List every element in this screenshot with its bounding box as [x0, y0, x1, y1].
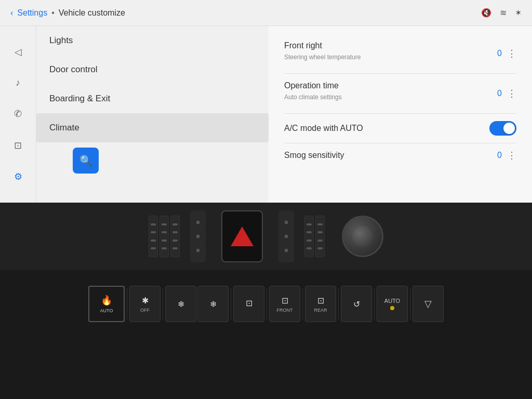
- defrost-button[interactable]: ▽: [413, 286, 444, 322]
- divider-5: [302, 288, 303, 320]
- value-group-front-right: 0 ⋮: [497, 49, 516, 58]
- menu-item-boarding-exit[interactable]: Boarding & Exit: [36, 84, 269, 113]
- settings-link[interactable]: Settings: [17, 8, 47, 18]
- status-icons: 🔇 ≋ ✶: [481, 8, 522, 18]
- label-ac-mode: A/C mode with AUTO: [284, 124, 363, 133]
- toggle-thumb: [503, 123, 515, 134]
- more-button-front-right[interactable]: ⋮: [507, 49, 516, 58]
- vent-right-1: [304, 216, 314, 257]
- nav-navigation-icon[interactable]: ◁: [15, 46, 22, 58]
- setting-label-operation-time: Operation time Auto climate settings: [284, 81, 342, 106]
- search-button[interactable]: 🔍: [73, 148, 99, 174]
- divider-3: [231, 288, 231, 320]
- divider-7: [374, 288, 375, 320]
- seat-vent-icon: ⊡: [317, 296, 324, 305]
- center-controls: [190, 210, 294, 262]
- value-smog: 0: [497, 151, 502, 160]
- nav-car-icon[interactable]: ⊡: [14, 140, 22, 151]
- fan-high-icon: ❄: [210, 299, 217, 309]
- auto-heat-label: AUTO: [100, 308, 113, 313]
- defrost-icon: ▽: [424, 298, 432, 310]
- more-button-smog[interactable]: ⋮: [507, 151, 516, 160]
- more-button-operation-time[interactable]: ⋮: [507, 89, 516, 98]
- search-icon: 🔍: [79, 154, 92, 167]
- antenna-icon: ≋: [500, 8, 507, 18]
- setting-row-front-right: Front right Steering wheel temperature 0…: [284, 34, 516, 74]
- auto-climate-button[interactable]: AUTO: [377, 286, 408, 322]
- value-group-operation-time: 0 ⋮: [497, 89, 516, 98]
- header-separator: •: [51, 8, 55, 18]
- fan-off-icon: ✱: [142, 296, 149, 305]
- seat-vent-rear-text: REAR: [314, 308, 327, 313]
- air-recirc-icon: ↺: [353, 299, 360, 309]
- nav-settings-icon[interactable]: ⚙: [14, 171, 22, 182]
- menu-item-door-control[interactable]: Door control: [36, 55, 269, 84]
- nav-music-icon[interactable]: ♪: [16, 77, 20, 88]
- settings-panel: Front right Steering wheel temperature 0…: [269, 26, 532, 203]
- fan-speed-low-button[interactable]: ❄: [165, 286, 196, 322]
- physical-controls: 🔥 AUTO ✱ OFF ❄ ❄ ⊡ ⊡ FRONT: [0, 203, 532, 399]
- bluetooth-icon: ✶: [515, 8, 522, 18]
- seat-heat-front-button[interactable]: ⊡: [233, 286, 264, 322]
- nav-phone-icon[interactable]: ✆: [14, 108, 22, 119]
- fan-off-button[interactable]: ✱ OFF: [129, 286, 161, 322]
- header-bar: ‹ Settings • Vehicle customize 🔇 ≋ ✶: [0, 0, 532, 26]
- toggle-ac-mode[interactable]: [489, 121, 516, 136]
- vent-left-2: [159, 216, 169, 257]
- auto-active-indicator: [390, 306, 394, 310]
- vent-row: [0, 203, 532, 270]
- header-left: ‹ Settings • Vehicle customize: [10, 8, 125, 18]
- fan-low-icon: ❄: [178, 299, 184, 309]
- sidebar-nav: ◁ ♪ ✆ ⊡ ⚙: [0, 26, 36, 203]
- page-title: Vehicle customize: [59, 8, 125, 18]
- value-group-smog: 0 ⋮: [497, 151, 516, 160]
- mute-icon: 🔇: [481, 8, 491, 18]
- air-recirc-button[interactable]: ↺: [341, 286, 372, 322]
- seat-heat-front-text: FRONT: [277, 308, 293, 313]
- menu-item-lights[interactable]: Lights: [36, 26, 269, 55]
- seat-heat-rear-button[interactable]: ⊡ FRONT: [269, 286, 300, 322]
- divider-6: [338, 288, 339, 320]
- fan-off-label: OFF: [140, 308, 150, 313]
- menu-item-climate[interactable]: Climate: [36, 113, 269, 142]
- vent-left-1: [149, 216, 158, 257]
- bottom-controls: 🔥 AUTO ✱ OFF ❄ ❄ ⊡ ⊡ FRONT: [0, 270, 532, 338]
- side-button-right-1[interactable]: [278, 210, 294, 262]
- hazard-triangle-icon: [231, 227, 254, 246]
- setting-label-front-right: Front right Steering wheel temperature: [284, 41, 361, 66]
- vent-right-2: [315, 216, 325, 257]
- infotainment-screen: ‹ Settings • Vehicle customize 🔇 ≋ ✶ ◁ ♪…: [0, 0, 532, 203]
- value-front-right: 0: [497, 49, 502, 58]
- divider-4: [267, 288, 267, 320]
- seat-heat-front-icon: ⊡: [246, 298, 252, 308]
- setting-row-ac-mode: A/C mode with AUTO: [284, 114, 516, 143]
- fan-speed-high-button[interactable]: ❄: [197, 286, 229, 322]
- flame-icon: 🔥: [101, 295, 112, 306]
- hazard-button[interactable]: [221, 210, 263, 262]
- label-smog: Smog sensitivity: [284, 151, 344, 160]
- main-content: ◁ ♪ ✆ ⊡ ⚙ Lights Door control Boarding &…: [0, 26, 532, 203]
- volume-knob[interactable]: [342, 216, 383, 257]
- auto-label: AUTO: [384, 298, 400, 304]
- back-button[interactable]: ‹: [10, 8, 13, 18]
- side-button-left-1[interactable]: [190, 210, 206, 262]
- divider-8: [410, 288, 410, 320]
- seat-vent-button[interactable]: ⊡ REAR: [305, 286, 336, 322]
- setting-row-smog: Smog sensitivity 0 ⋮: [284, 143, 516, 167]
- auto-heat-button[interactable]: 🔥 AUTO: [88, 286, 125, 322]
- value-operation-time: 0: [497, 89, 502, 98]
- seat-heat-rear-icon: ⊡: [282, 296, 288, 305]
- divider-2: [163, 288, 163, 320]
- setting-row-operation-time: Operation time Auto climate settings 0 ⋮: [284, 74, 516, 114]
- divider-1: [127, 288, 127, 320]
- vent-left-3: [170, 216, 180, 257]
- sidebar-menu: Lights Door control Boarding & Exit Clim…: [36, 26, 269, 203]
